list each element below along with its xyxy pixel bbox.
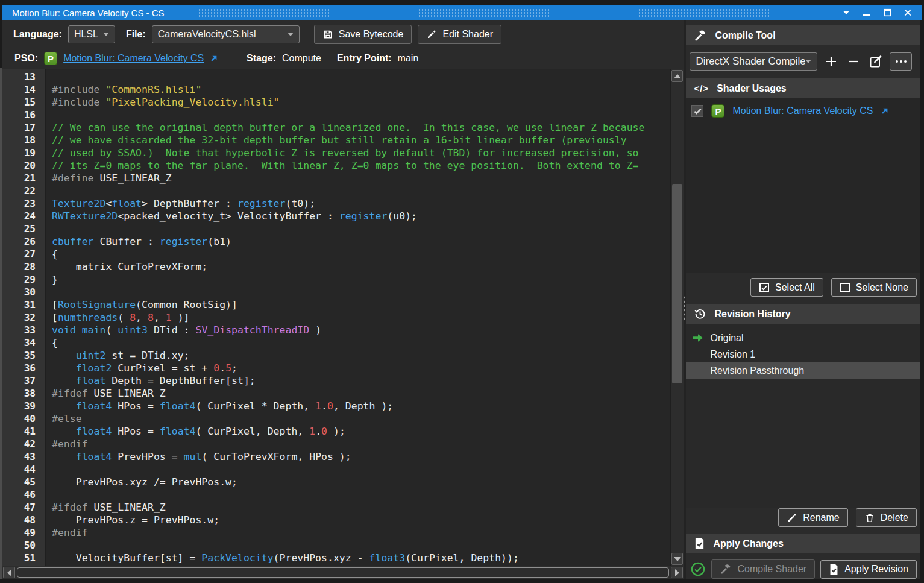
window-title: Motion Blur: Camera Velocity CS - CS <box>12 8 165 18</box>
code-line: [numthreads( 8, 8, 1 )] <box>52 311 670 324</box>
line-number: 38 <box>2 387 45 400</box>
code-line: // we have discarded the 32-bit depth bu… <box>52 134 670 147</box>
external-link-icon[interactable] <box>881 107 888 115</box>
line-number: 15 <box>2 96 45 109</box>
line-number: 30 <box>2 286 45 298</box>
compile-tool-title: Compile Tool <box>715 30 775 41</box>
stage-value: Compute <box>282 53 321 64</box>
hammer-icon <box>694 29 707 42</box>
shader-usage-item[interactable]: P Motion Blur: Camera Velocity CS <box>691 104 920 118</box>
shader-usages-header: </> Shader Usages <box>686 78 920 98</box>
code-editor[interactable]: 1314151617181920212223242526272829303132… <box>2 69 684 579</box>
plus-icon[interactable] <box>823 53 840 70</box>
minimize-icon[interactable] <box>861 7 872 18</box>
revision-item-revision-passthrough[interactable]: Revision Passthrough <box>686 362 920 379</box>
code-line: // used by SSAO.) Note that hyperbolic Z… <box>52 147 670 159</box>
editor-column: Language: HLSL File: CameraVelocityCS.hl… <box>2 20 684 579</box>
code-line: uint2 st = DTid.xy; <box>52 349 670 362</box>
code-lines[interactable]: #include "CommonRS.hlsli"#include "Pixel… <box>46 69 670 566</box>
scroll-left-icon[interactable] <box>3 567 15 578</box>
ellipsis-icon[interactable] <box>890 52 912 71</box>
edit-shader-label: Edit Shader <box>442 29 493 40</box>
titlebar[interactable]: Motion Blur: Camera Velocity CS - CS <box>2 5 922 20</box>
vertical-scroll-thumb[interactable] <box>672 184 682 383</box>
line-number: 49 <box>2 526 45 539</box>
compile-shader-label: Compile Shader <box>737 564 806 575</box>
floppy-icon <box>322 29 333 40</box>
line-number: 46 <box>2 488 45 501</box>
code-line: #ifdef USE_LINEAR_Z <box>52 387 670 400</box>
revision-list: OriginalRevision 1Revision Passthrough <box>686 324 920 508</box>
compiler-dropdown[interactable]: DirectX Shader Compiler <box>690 52 817 71</box>
horizontal-scrollbar[interactable] <box>2 566 684 579</box>
stage-label: Stage: <box>247 53 276 64</box>
line-number: 34 <box>2 336 45 349</box>
close-icon[interactable] <box>902 7 913 18</box>
external-link-icon[interactable] <box>210 55 218 63</box>
line-number: 14 <box>2 83 45 96</box>
pso-link[interactable]: Motion Blur: Camera Velocity CS <box>63 53 204 64</box>
apply-changes-row: Compile Shader Apply Revision <box>686 559 920 579</box>
entry-point-label: Entry Point: <box>337 53 392 64</box>
check-square-icon <box>759 282 770 293</box>
code-line: void main( uint3 DTid : SV_DispatchThrea… <box>52 324 670 336</box>
splitter-grip-icon <box>684 295 686 320</box>
scroll-up-icon[interactable] <box>671 70 683 82</box>
code-line <box>52 109 670 121</box>
empty-square-icon <box>840 282 850 293</box>
vertical-scrollbar[interactable] <box>670 69 684 566</box>
revision-item-revision-1[interactable]: Revision 1 <box>686 346 920 362</box>
revision-item-original[interactable]: Original <box>686 330 920 346</box>
rename-label: Rename <box>803 512 839 523</box>
line-number: 18 <box>2 134 45 147</box>
delete-button[interactable]: Delete <box>856 508 917 527</box>
line-number: 27 <box>2 248 45 260</box>
language-label: Language: <box>13 29 62 40</box>
file-dropdown[interactable]: CameraVelocityCS.hlsl <box>152 25 300 43</box>
code-line <box>52 222 670 235</box>
compile-shader-button[interactable]: Compile Shader <box>711 559 815 579</box>
rename-button[interactable]: Rename <box>778 508 847 527</box>
usage-checkbox[interactable] <box>691 105 703 117</box>
horizontal-scroll-thumb[interactable] <box>17 567 669 578</box>
panel-splitter[interactable] <box>684 20 686 579</box>
code-line: PrevHPos.z = PrevHPos.w; <box>52 514 670 526</box>
save-bytecode-button[interactable]: Save Bytecode <box>314 25 412 44</box>
chevron-down-icon <box>288 33 294 36</box>
checkbox-check-icon <box>693 107 702 116</box>
code-line: matrix CurToPrevXForm; <box>52 260 670 273</box>
pencil-icon <box>787 512 797 523</box>
minus-icon[interactable] <box>845 53 862 70</box>
apply-revision-button[interactable]: Apply Revision <box>820 560 917 579</box>
line-number: 31 <box>2 298 45 311</box>
maximize-icon[interactable] <box>882 7 893 18</box>
line-number: 48 <box>2 514 45 526</box>
line-number: 40 <box>2 412 45 425</box>
code-line: cbuffer CBuffer : register(b1) <box>52 235 670 248</box>
edit-box-icon[interactable] <box>867 53 884 70</box>
line-numbers: 1314151617181920212223242526272829303132… <box>2 69 46 566</box>
line-number: 20 <box>2 159 45 172</box>
chevron-down-icon[interactable] <box>841 7 852 18</box>
edit-shader-button[interactable]: Edit Shader <box>418 25 501 44</box>
shader-usages-title: Shader Usages <box>717 83 787 94</box>
code-line: VelocityBuffer[st] = PackVelocity(PrevHP… <box>52 552 670 564</box>
usage-link[interactable]: Motion Blur: Camera Velocity CS <box>732 106 873 116</box>
line-number: 45 <box>2 476 45 488</box>
line-number: 35 <box>2 349 45 362</box>
line-number: 36 <box>2 362 45 374</box>
code-line: { <box>52 248 670 260</box>
line-number: 29 <box>2 273 45 286</box>
scroll-right-icon[interactable] <box>671 567 683 578</box>
code-line: { <box>52 336 670 349</box>
code-tag-icon: </> <box>694 83 709 93</box>
line-number: 25 <box>2 222 45 235</box>
pso-row: PSO: P Motion Blur: Camera Velocity CS S… <box>2 48 684 69</box>
scroll-down-icon[interactable] <box>671 553 683 565</box>
select-none-button[interactable]: Select None <box>831 278 917 297</box>
select-all-button[interactable]: Select All <box>750 278 823 297</box>
line-number: 21 <box>2 172 45 184</box>
code-line: #include "CommonRS.hlsli" <box>52 83 670 96</box>
language-dropdown[interactable]: HLSL <box>68 25 115 43</box>
code-line: float4 PrevHPos = mul( CurToPrevXForm, H… <box>52 450 670 463</box>
